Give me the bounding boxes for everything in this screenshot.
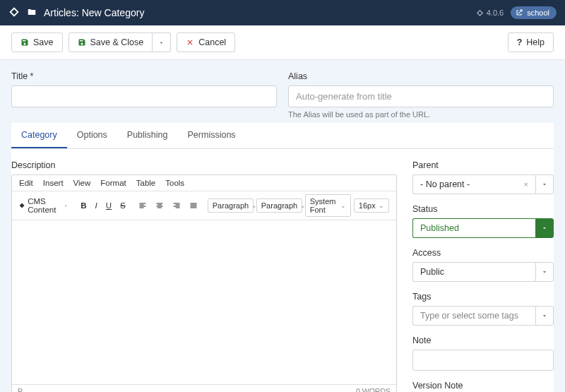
tab-options[interactable]: Options xyxy=(67,123,117,148)
joomla-icon xyxy=(8,6,20,20)
strike-button[interactable]: S xyxy=(116,198,130,213)
editor-path: P xyxy=(18,387,23,392)
toolbar: Save Save & Close Cancel ? Help xyxy=(0,25,565,60)
status-caret[interactable] xyxy=(535,218,554,238)
title-label: Title * xyxy=(11,71,277,81)
tab-category[interactable]: Category xyxy=(11,123,67,148)
parent-caret[interactable] xyxy=(535,174,554,194)
save-dropdown-button[interactable] xyxy=(153,32,171,52)
site-badge[interactable]: school xyxy=(511,6,557,19)
parent-label: Parent xyxy=(412,160,554,170)
save-button[interactable]: Save xyxy=(11,32,63,52)
menu-insert[interactable]: Insert xyxy=(43,179,64,187)
alias-input[interactable] xyxy=(288,85,554,107)
alias-hint: The Alias will be used as part of the UR… xyxy=(288,110,554,119)
description-label: Description xyxy=(11,160,397,170)
editor: Edit Insert View Format Table Tools CMS … xyxy=(11,174,397,392)
menu-format[interactable]: Format xyxy=(100,179,126,187)
status-label: Status xyxy=(412,204,554,214)
version-label: 4.0.6 xyxy=(476,8,504,17)
top-bar: Articles: New Category 4.0.6 school xyxy=(0,0,565,25)
tags-caret[interactable] xyxy=(535,306,554,326)
more-button[interactable]: ⋯ xyxy=(395,197,396,214)
save-close-button[interactable]: Save & Close xyxy=(69,32,153,52)
access-caret[interactable] xyxy=(535,262,554,282)
site-name: school xyxy=(527,8,549,17)
menu-table[interactable]: Table xyxy=(136,179,156,187)
align-justify-button[interactable] xyxy=(185,198,202,213)
block-select-2[interactable]: Paragraph⌄ xyxy=(256,198,302,213)
page-title: Articles: New Category xyxy=(44,7,144,18)
cancel-button[interactable]: Cancel xyxy=(177,32,235,52)
clear-icon[interactable]: × xyxy=(524,180,528,189)
status-select[interactable]: Published xyxy=(412,218,535,238)
size-select[interactable]: 16px⌄ xyxy=(354,198,389,213)
note-input[interactable] xyxy=(412,350,554,371)
menu-view[interactable]: View xyxy=(73,179,91,187)
title-input[interactable] xyxy=(11,85,277,107)
align-right-button[interactable] xyxy=(168,198,185,213)
access-label: Access xyxy=(412,248,554,258)
tab-publishing[interactable]: Publishing xyxy=(117,123,178,148)
folder-icon xyxy=(27,7,37,19)
parent-select[interactable]: - No parent -× xyxy=(412,174,535,194)
tabs: Category Options Publishing Permissions xyxy=(11,123,554,149)
align-center-button[interactable] xyxy=(151,198,168,213)
align-left-button[interactable] xyxy=(134,198,151,213)
alias-label: Alias xyxy=(288,71,554,81)
underline-button[interactable]: U xyxy=(102,198,116,213)
italic-button[interactable]: I xyxy=(91,198,102,213)
tags-label: Tags xyxy=(412,292,554,302)
bold-button[interactable]: B xyxy=(76,198,90,213)
menu-edit[interactable]: Edit xyxy=(19,179,33,187)
tags-select[interactable]: Type or select some tags xyxy=(412,306,535,326)
version-note-label: Version Note xyxy=(412,381,554,391)
editor-body[interactable] xyxy=(12,220,396,384)
note-label: Note xyxy=(412,335,554,345)
help-button[interactable]: ? Help xyxy=(508,32,554,52)
menu-tools[interactable]: Tools xyxy=(165,179,184,187)
font-select[interactable]: System Font⌄ xyxy=(305,194,351,217)
cms-content-button[interactable]: CMS Content xyxy=(15,194,72,218)
access-select[interactable]: Public xyxy=(412,262,535,282)
tab-permissions[interactable]: Permissions xyxy=(178,123,246,148)
block-select-1[interactable]: Paragraph⌄ xyxy=(208,198,254,213)
editor-wordcount: 0 words xyxy=(356,387,391,392)
title-alias-row: Title * Alias The Alias will be used as … xyxy=(0,60,565,123)
